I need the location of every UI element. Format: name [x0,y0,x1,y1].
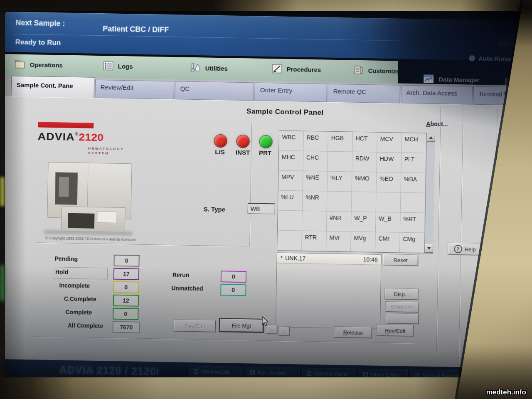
reflection [0,177,5,206]
menu-item-procedures[interactable]: Procedures [271,64,321,74]
param-cell-ne[interactable]: %NE [303,171,328,192]
menu-item-logs[interactable]: Logs [103,61,133,71]
sample-id: UNK.17 [285,255,305,262]
rev-edit-right-button[interactable]: Rev/Edit [377,325,413,337]
param-cell-hdw[interactable]: HDW [377,153,401,173]
param-cell-mvg[interactable]: MVg [351,232,376,252]
param-cell-plt[interactable]: PLT [401,153,426,173]
param-cell-lu[interactable]: %LU [278,191,303,211]
menu-item-utilities[interactable]: Utilities [189,62,228,74]
param-cell-ba[interactable]: %BA [401,173,426,193]
about-button[interactable]: About... [426,121,448,128]
rev-edit-left-button[interactable]: Rev/Edit [174,320,216,332]
procedures-icon [271,64,282,74]
complete-count-box[interactable]: 0 [113,308,138,320]
disp-button[interactable]: Disp... [385,288,418,300]
param-cell-rt[interactable]: %RT [400,213,425,233]
parameter-grid: WBCRBCHGBHCTMCVMCHMHCCHCRDWHDWPLTMPV%NE%… [277,131,435,254]
pending-label: Pending [54,255,78,262]
sample-type-field[interactable]: WB [248,203,275,214]
complete-label: Complete [65,309,92,316]
param-cell-empty[interactable] [327,192,352,212]
menu-item-operations[interactable]: Operations [14,59,63,70]
param-cell-ly[interactable]: %LY [328,172,352,192]
param-cell-empty[interactable] [278,211,303,231]
param-cell-rbc[interactable]: RBC [303,131,328,152]
param-cell-rtr[interactable]: RTR [302,231,327,251]
taskbar-run-screen-button[interactable]: Run Screen [246,367,300,377]
nav-next-button[interactable]: - [278,327,289,336]
sample-type-label: S. Type [204,205,226,213]
param-cell-mhc[interactable]: MHC [278,151,303,171]
param-cell-mvr[interactable]: MVr [326,232,351,252]
param-cell-rdw[interactable]: RDW [352,152,377,172]
release-button[interactable]: Release [334,327,372,338]
window-icon [363,372,368,377]
c-complete-count-box[interactable]: 12 [113,295,139,307]
blank-button[interactable] [386,313,419,324]
scroll-down-button[interactable] [425,244,433,253]
workload-button[interactable]: Workload [386,302,419,312]
tab-review-edit[interactable]: Review/Edit [95,80,174,99]
menu-item-data-manager[interactable]: Data Manager [423,74,480,85]
help-button[interactable]: Help [448,243,481,255]
param-cell-hct[interactable]: HCT [352,132,377,153]
param-cell-empty[interactable] [302,211,327,232]
param-cell-empty[interactable] [328,152,352,172]
param-cell-chc[interactable]: CHC [303,151,328,172]
param-cell-empty[interactable] [352,192,377,212]
sample-list[interactable]: *UNK.17 10:46 [276,253,382,329]
param-cell-mcv[interactable]: MCV [377,133,402,153]
param-cell-mpv[interactable]: MPV [278,171,303,191]
param-cell-cmg[interactable]: CMg [400,233,425,253]
help-icon [454,245,462,253]
incomplete-count-box[interactable]: 0 [113,281,139,293]
incomplete-label: Incomplete [59,282,90,289]
hold-count-box[interactable]: 17 [113,268,139,280]
param-cell-mch[interactable]: MCH [401,133,426,153]
lis-label: LIS [209,148,231,156]
reset-button[interactable]: Reset [383,254,418,266]
param-cell-nr[interactable]: %NR [303,191,328,212]
all-complete-count-box[interactable]: 7670 [113,321,140,333]
taskbar-review-edit-button[interactable]: Review/Edit [189,366,243,377]
tab-remote-qc[interactable]: Remote QC [328,84,400,103]
tab-order-entry[interactable]: Order Entry [254,83,327,102]
monitor-bezel-bottom [0,377,532,399]
param-cell-wbc[interactable]: WBC [279,131,304,151]
taskbar-sample-panel-button[interactable]: Sample Panel [302,368,356,377]
pending-count-box[interactable]: 0 [113,255,139,267]
param-cell-wp[interactable]: W_P [351,212,376,232]
param-cell-nr[interactable]: #NR [327,212,352,232]
file-mgt-button[interactable]: File Mgt [220,319,264,332]
param-cell-empty[interactable] [401,193,426,213]
inst-label: INST [230,149,255,156]
advia-logo: ADVIA®2120 [37,130,103,144]
param-cell-wb[interactable]: W_B [376,212,401,233]
menu-item-customize[interactable]: Customize [353,65,399,76]
rerun-count-box[interactable]: 0 [221,271,246,283]
tab-sample-cont-pane[interactable]: Sample Cont. Pane [11,76,94,98]
tab-qc[interactable]: QC [175,81,254,101]
data-manager-icon [423,74,434,84]
triangle-up-icon [429,136,433,139]
sample-row[interactable]: *UNK.17 10:46 [277,253,381,265]
param-cell-hgb[interactable]: HGB [328,132,353,152]
param-cell-empty[interactable] [277,231,302,251]
param-cell-eo[interactable]: %EO [377,172,401,193]
sample-time: 10:46 [363,256,378,263]
triangle-down-icon [427,247,431,250]
hold-label: Hold [55,268,68,276]
unmatched-count-box[interactable]: 0 [220,284,246,296]
utilities-icon [189,62,201,73]
taskbar-order-entry-button[interactable]: Order Entry [359,369,408,377]
tab-arch-data-access[interactable]: Arch. Data Access [401,85,473,105]
scroll-up-button[interactable] [427,133,435,142]
customize-icon [353,65,364,75]
param-cell-empty[interactable] [376,192,401,213]
param-cell-mo[interactable]: %MO [352,172,377,192]
taskbar-manual-sample-button[interactable]: Manual Sample ID [410,369,463,377]
param-cell-cmr[interactable]: CMr [375,232,400,253]
screen-content: Next Sample : Patient CBC / DIFF Ready t… [5,11,525,377]
next-sample-label: Next Sample : [15,18,65,28]
